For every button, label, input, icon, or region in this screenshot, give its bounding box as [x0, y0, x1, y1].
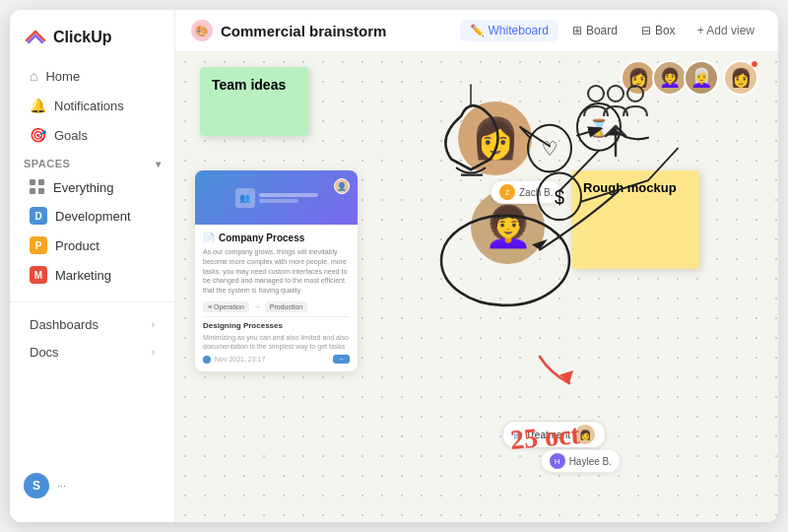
nav-dashboards[interactable]: Dashboards › — [16, 311, 168, 338]
doc-status-badge: → — [333, 355, 350, 364]
haylee-name: Haylee B. — [569, 456, 612, 467]
tab-whiteboard[interactable]: ✏️ Whiteboard — [460, 20, 558, 41]
doc-subdesc: Minimizing as you can and also limited a… — [203, 333, 350, 351]
sidebar: ClickUp ⌂ Home 🔔 Notifications 🎯 Goals S… — [10, 10, 175, 522]
spaces-header: Spaces ▾ — [10, 150, 174, 173]
page-title-area: 🎨 Commercial brainstorm — [191, 20, 386, 41]
sticky-yellow-text: Rough mockup — [583, 180, 677, 195]
home-icon: ⌂ — [30, 68, 37, 84]
date-annotation: 25 oct — [509, 419, 581, 456]
doc-card-header: 👥 👤 — [195, 170, 358, 225]
page-icon: 🎨 — [191, 20, 213, 41]
nav-docs[interactable]: Docs › — [16, 339, 168, 366]
dashboards-chevron-icon: › — [152, 319, 155, 330]
user-area[interactable]: S ··· — [10, 467, 174, 504]
tab-whiteboard-label: Whiteboard — [489, 24, 549, 37]
spaces-label: Spaces — [24, 158, 70, 169]
tab-board-label: Board — [586, 24, 618, 37]
app-name: ClickUp — [53, 29, 112, 46]
user-initial: S — [33, 479, 40, 493]
space-item-everything[interactable]: Everything — [16, 174, 168, 200]
doc-divider — [203, 316, 350, 317]
svg-point-4 — [528, 125, 571, 172]
docs-label: Docs — [30, 345, 59, 360]
doc-title-text: Company Process — [219, 233, 304, 243]
tab-box-label: Box — [655, 24, 676, 37]
nav-goals[interactable]: 🎯 Goals — [16, 121, 168, 149]
document-card[interactable]: 👥 👤 📄 Company Process — [195, 170, 358, 371]
svg-point-0 — [588, 86, 604, 101]
product-icon: P — [30, 236, 47, 254]
bell-icon: 🔔 — [30, 98, 46, 113]
zach-avatar: Z — [499, 184, 515, 200]
view-tabs: ✏️ Whiteboard ⊞ Board ⊟ Box + Add view — [460, 20, 762, 41]
svg-point-1 — [608, 86, 624, 101]
sidebar-bottom: S ··· — [10, 461, 174, 510]
space-marketing-label: Marketing — [55, 268, 111, 283]
logo-area[interactable]: ClickUp — [10, 22, 174, 61]
goals-icon: 🎯 — [30, 127, 46, 143]
zach-name: Zach B. — [519, 187, 553, 198]
nav-home-label: Home — [45, 69, 80, 84]
space-product-label: Product — [55, 238, 99, 253]
haylee-avatar: H — [550, 453, 565, 469]
notification-dot — [751, 60, 758, 68]
space-everything-label: Everything — [53, 180, 113, 195]
svg-point-2 — [627, 86, 643, 101]
nav-home[interactable]: ⌂ Home — [16, 62, 168, 90]
nav-goals-label: Goals — [54, 128, 88, 143]
nav-notifications-label: Notifications — [54, 99, 124, 113]
development-icon: D — [30, 207, 47, 225]
avatar-2: 👩‍🦱 — [652, 60, 688, 96]
add-view-label: + Add view — [697, 24, 755, 37]
clickup-logo-icon — [24, 26, 47, 49]
whiteboard-tab-icon: ✏️ — [470, 24, 485, 37]
doc-subtitle: Designing Processes — [203, 321, 350, 330]
name-badge-haylee[interactable]: H Haylee B. — [541, 449, 621, 473]
marketing-icon: M — [30, 266, 47, 284]
people-group-icon — [581, 82, 650, 161]
people-icons — [581, 82, 650, 165]
top-bar: 🎨 Commercial brainstorm ✏️ Whiteboard ⊞ … — [175, 10, 778, 52]
dashboards-label: Dashboards — [30, 317, 98, 332]
everything-icon — [30, 179, 45, 195]
doc-date: Nov 2021, 23:17 — [215, 356, 265, 363]
person-photo-top: 👩 — [458, 101, 532, 175]
sticky-note-rough-mockup[interactable]: Rough mockup — [571, 170, 699, 269]
page-title: Commercial brainstorm — [221, 23, 386, 39]
svg-marker-13 — [559, 370, 573, 383]
space-item-product[interactable]: P Product — [16, 232, 168, 259]
nav-notifications[interactable]: 🔔 Notifications — [16, 92, 168, 119]
tab-box[interactable]: ⊟ Box — [631, 20, 686, 41]
doc-card-title: 📄 Company Process — [203, 233, 350, 243]
doc-card-body: 📄 Company Process As our company grows, … — [195, 225, 358, 371]
add-view-button[interactable]: + Add view — [690, 20, 762, 41]
avatar-3: 👩‍🦳 — [684, 60, 719, 96]
name-badge-zach[interactable]: Z Zach B. — [491, 180, 561, 204]
board-tab-icon: ⊞ — [572, 24, 582, 37]
space-item-marketing[interactable]: M Marketing — [16, 261, 168, 289]
box-tab-icon: ⊟ — [641, 24, 651, 37]
main-content: 🎨 Commercial brainstorm ✏️ Whiteboard ⊞ … — [175, 10, 778, 522]
more-icon: ··· — [57, 480, 66, 492]
doc-card-desc: As our company grows, things will inevit… — [203, 247, 350, 296]
space-item-development[interactable]: D Development — [16, 202, 168, 230]
sticky-green-text: Team ideas — [212, 77, 286, 93]
space-development-label: Development — [55, 209, 131, 224]
spaces-chevron-icon: ▾ — [156, 159, 162, 169]
sticky-note-team-ideas[interactable]: Team ideas — [200, 67, 308, 136]
tab-board[interactable]: ⊞ Board — [562, 20, 627, 41]
docs-chevron-icon: › — [152, 347, 155, 358]
user-avatar: S — [24, 473, 49, 499]
svg-text:♡: ♡ — [542, 138, 558, 160]
date-text: 25 oct — [509, 419, 581, 455]
whiteboard-canvas[interactable]: 👩 👩‍🦱 👩‍🦳 👩 — [175, 52, 778, 522]
